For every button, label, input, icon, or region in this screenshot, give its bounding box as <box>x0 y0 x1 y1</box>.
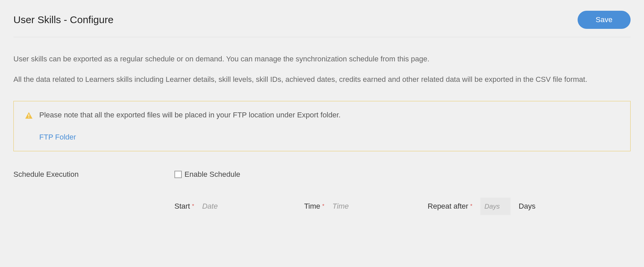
svg-rect-0 <box>29 114 29 117</box>
svg-rect-1 <box>29 117 29 118</box>
notice-box: Please note that all the exported files … <box>13 101 631 151</box>
page-title: User Skills - Configure <box>13 14 113 25</box>
repeat-after-label: Repeat after <box>428 202 468 211</box>
schedule-execution-label: Schedule Execution <box>13 170 174 179</box>
repeat-days-input[interactable] <box>480 198 511 215</box>
schedule-form: Schedule Execution Enable Schedule Start… <box>13 170 631 215</box>
start-date-input[interactable]: Date <box>202 202 236 211</box>
start-required-mark: * <box>192 203 194 209</box>
days-suffix: Days <box>519 202 535 211</box>
notice-text: Please note that all the exported files … <box>39 111 340 119</box>
start-label: Start <box>174 202 190 211</box>
ftp-folder-link[interactable]: FTP Folder <box>39 133 620 142</box>
description-block: User skills can be exported as a regular… <box>13 53 631 85</box>
repeat-required-mark: * <box>470 203 472 209</box>
warning-icon <box>24 111 33 121</box>
time-required-mark: * <box>322 203 324 209</box>
header-row: User Skills - Configure Save <box>13 11 631 37</box>
save-button[interactable]: Save <box>578 11 631 29</box>
enable-schedule-checkbox[interactable] <box>174 171 182 178</box>
time-input[interactable]: Time <box>332 202 366 211</box>
description-para2: All the data related to Learners skills … <box>13 74 631 85</box>
enable-schedule-label: Enable Schedule <box>184 170 240 179</box>
time-label: Time <box>304 202 320 211</box>
description-para1: User skills can be exported as a regular… <box>13 53 631 64</box>
